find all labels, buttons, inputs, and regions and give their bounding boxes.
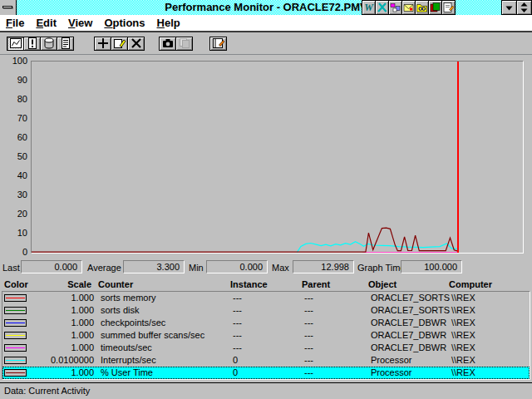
scale-cell: 1.000: [36, 317, 94, 329]
y-axis-label: 100: [0, 56, 27, 66]
minimize-button[interactable]: [501, 0, 517, 15]
scale-cell: 1.000: [36, 292, 94, 304]
bookmark-icon: [178, 37, 191, 49]
parent-cell: ---: [304, 317, 371, 329]
color-swatch: [4, 344, 27, 352]
y-axis-label: 30: [0, 190, 27, 200]
y-axis-label: 90: [0, 75, 27, 85]
msexcel-icon: [377, 2, 387, 13]
msmail-icon: [403, 2, 414, 13]
performance-monitor-window: Performance Monitor - ORACLE72.PMV W Fil…: [0, 0, 532, 399]
camera-icon: [161, 37, 175, 49]
msoffice-button[interactable]: [441, 0, 456, 15]
legend-header-computer: Computer: [449, 278, 532, 291]
legend-header-parent: Parent: [302, 278, 368, 291]
color-swatch-line: [6, 323, 25, 323]
edit-counter-button[interactable]: [111, 37, 128, 51]
instance-cell: ---: [233, 342, 304, 354]
color-swatch: [4, 369, 27, 377]
chart-view-button[interactable]: [7, 37, 24, 51]
y-axis-label: 40: [0, 170, 27, 180]
computer-cell: \\REX: [451, 304, 530, 317]
msaccess-button[interactable]: [428, 0, 442, 15]
bookmark-button[interactable]: [175, 37, 193, 51]
legend-header-instance: Instance: [230, 278, 302, 291]
legend-header-object: Object: [368, 278, 449, 291]
scale-cell: 1.000: [36, 342, 94, 354]
object-cell: ORACLE7_DBWR: [371, 317, 451, 329]
graph-time-label: Graph Time: [357, 262, 405, 274]
menu-item-edit[interactable]: Edit: [30, 15, 62, 31]
report-view-button[interactable]: [57, 37, 74, 51]
mspowerpoint-button[interactable]: [388, 0, 402, 15]
last-label: Last: [2, 262, 20, 274]
msword-icon: W: [363, 2, 374, 13]
legend-color-cell: [2, 304, 36, 317]
computer-cell: \\REX: [451, 354, 530, 367]
legend-row-sorts-disk[interactable]: 1.000sorts disk------ORACLE7_SORTS\\REX: [2, 304, 530, 317]
counter-cell: sorts disk: [94, 304, 233, 317]
menu-item-file[interactable]: File: [0, 15, 30, 31]
msaccess-icon: [430, 2, 441, 13]
restore-button[interactable]: [516, 0, 532, 15]
parent-cell: ---: [304, 304, 371, 317]
menu-item-help[interactable]: Help: [151, 15, 186, 31]
options-icon: [212, 37, 225, 49]
menu-item-options[interactable]: Options: [98, 15, 150, 31]
chart-canvas: [32, 62, 523, 253]
instance-cell: ---: [233, 292, 304, 304]
toolbar-group: [160, 37, 193, 51]
parent-cell: ---: [304, 292, 371, 304]
legend-row-interrupts-sec[interactable]: 0.0100000Interrupts/sec0---Processor\\RE…: [2, 354, 530, 367]
color-swatch: [4, 332, 27, 339]
counter-cell: Interrupts/sec: [94, 354, 233, 367]
title-bar: Performance Monitor - ORACLE72.PMV W: [0, 0, 532, 15]
add-counter-button[interactable]: [94, 37, 111, 51]
options-button[interactable]: [209, 37, 227, 51]
legend-header-color: Color: [0, 278, 33, 291]
color-swatch-line: [6, 360, 25, 361]
msexcel-button[interactable]: [375, 0, 389, 15]
chart-plot-area[interactable]: [31, 61, 524, 254]
menu-item-view[interactable]: View: [62, 15, 98, 31]
max-label: Max: [272, 262, 289, 274]
graph-time-value: 100.000: [401, 260, 462, 273]
delete-counter-button[interactable]: [127, 37, 145, 51]
object-cell: Processor: [371, 367, 451, 379]
average-label: Average: [87, 262, 121, 274]
msword-button[interactable]: W: [362, 0, 376, 15]
menu-bar: FileEditViewOptionsHelp: [0, 15, 532, 32]
toolbar-group: [7, 37, 74, 51]
system-menu-button[interactable]: [0, 0, 17, 15]
log-icon: [42, 37, 56, 49]
report-icon: [59, 37, 72, 49]
value-bar: Last0.000Average3.300Min0.000Max12.998Gr…: [0, 259, 532, 278]
office-manager-toolbar: W: [362, 0, 456, 15]
toolbar: [0, 32, 532, 55]
legend-header-scale: Scale: [33, 278, 91, 291]
chart-icon: [9, 37, 22, 49]
legend-row-sorts-memory[interactable]: 1.000sorts memory------ORACLE7_SORTS\\RE…: [2, 292, 530, 304]
instance-cell: ---: [233, 317, 304, 329]
find-file-button[interactable]: [415, 0, 429, 15]
scale-cell: 1.000: [36, 329, 94, 342]
msmail-button[interactable]: [401, 0, 416, 15]
restore-icon: [520, 2, 528, 12]
color-swatch-line: [6, 335, 25, 336]
chart-region: 0102030405060708090100: [0, 55, 532, 259]
parent-cell: ---: [304, 354, 371, 367]
log-view-button[interactable]: [40, 37, 57, 51]
alert-view-button[interactable]: [23, 37, 41, 51]
legend-list: 1.000sorts memory------ORACLE7_SORTS\\RE…: [2, 291, 530, 380]
update-now-button[interactable]: [159, 37, 176, 51]
legend-row-user-time[interactable]: 1.000% User Time0---Processor\\REX: [2, 367, 530, 379]
counter-cell: % User Time: [94, 367, 233, 379]
legend-row-summed-buffer-scans-sec[interactable]: 1.000summed buffer scans/sec------ORACLE…: [2, 329, 530, 342]
object-cell: ORACLE7_DBWR: [371, 329, 451, 342]
parent-cell: ---: [304, 342, 371, 354]
mspowerpoint-icon: [390, 2, 401, 13]
svg-text:W: W: [364, 2, 374, 13]
legend-row-checkpoints-sec[interactable]: 1.000checkpoints/sec------ORACLE7_DBWR\\…: [2, 317, 530, 329]
y-axis-label: 0: [0, 247, 27, 257]
legend-row-timeouts-sec[interactable]: 1.000timeouts/sec------ORACLE7_DBWR\\REX: [2, 342, 530, 354]
